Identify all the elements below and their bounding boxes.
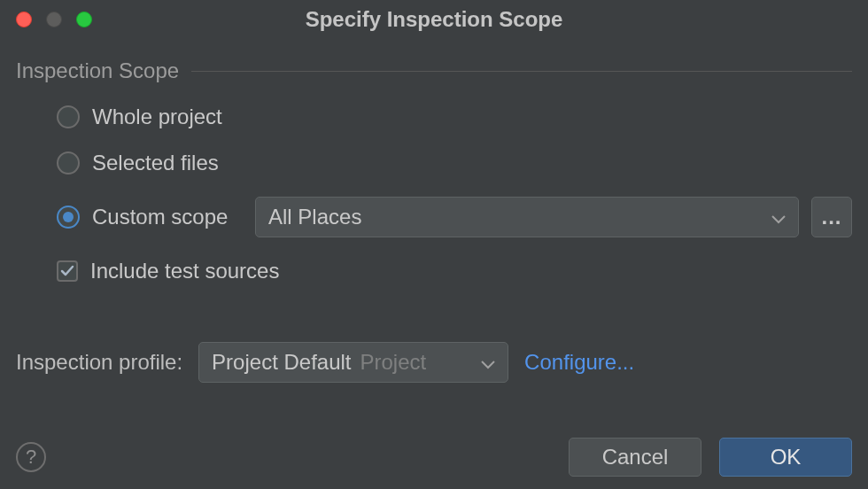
scope-more-button[interactable]: ...	[811, 197, 852, 237]
profile-label: Inspection profile:	[16, 350, 182, 375]
help-button[interactable]: ?	[16, 442, 46, 472]
radio-icon-selected	[57, 206, 80, 229]
checkbox-label: Include test sources	[90, 259, 279, 283]
titlebar: Specify Inspection Scope	[0, 0, 868, 39]
radio-label: Selected files	[92, 151, 219, 175]
radio-label: Whole project	[92, 105, 222, 129]
divider	[191, 71, 852, 72]
ok-button[interactable]: OK	[719, 438, 852, 477]
dialog-title: Specify Inspection Scope	[0, 7, 868, 32]
custom-scope-select[interactable]: All Places	[255, 197, 799, 237]
checkbox-include-test-sources[interactable]: Include test sources	[57, 259, 852, 283]
dialog-content: Inspection Scope Whole project Selected …	[0, 39, 868, 383]
radio-custom-scope-row: Custom scope All Places ...	[57, 197, 852, 237]
window-controls	[0, 12, 92, 27]
profile-select[interactable]: Project Default Project	[198, 342, 508, 383]
inspection-profile-row: Inspection profile: Project Default Proj…	[16, 342, 852, 383]
close-window-button[interactable]	[16, 12, 32, 27]
select-value: All Places	[268, 205, 361, 229]
minimize-window-button[interactable]	[46, 12, 62, 27]
radio-icon	[57, 105, 80, 128]
radio-label: Custom scope	[92, 205, 228, 229]
checkbox-icon	[57, 260, 78, 282]
chevron-down-icon	[771, 205, 786, 229]
radio-selected-files[interactable]: Selected files	[57, 151, 852, 175]
section-header: Inspection Scope	[16, 58, 852, 83]
radio-custom-scope[interactable]: Custom scope	[57, 205, 243, 229]
maximize-window-button[interactable]	[76, 12, 92, 27]
cancel-button[interactable]: Cancel	[569, 438, 701, 477]
dialog-footer: ? Cancel OK	[16, 438, 852, 477]
profile-select-suffix: Project	[360, 350, 427, 375]
configure-link[interactable]: Configure...	[524, 350, 634, 375]
radio-icon	[57, 151, 80, 175]
chevron-down-icon	[481, 350, 495, 375]
profile-select-value: Project Default	[212, 350, 351, 375]
scope-options: Whole project Selected files Custom scop…	[16, 105, 852, 283]
radio-whole-project[interactable]: Whole project	[57, 105, 852, 129]
section-heading: Inspection Scope	[16, 58, 179, 83]
